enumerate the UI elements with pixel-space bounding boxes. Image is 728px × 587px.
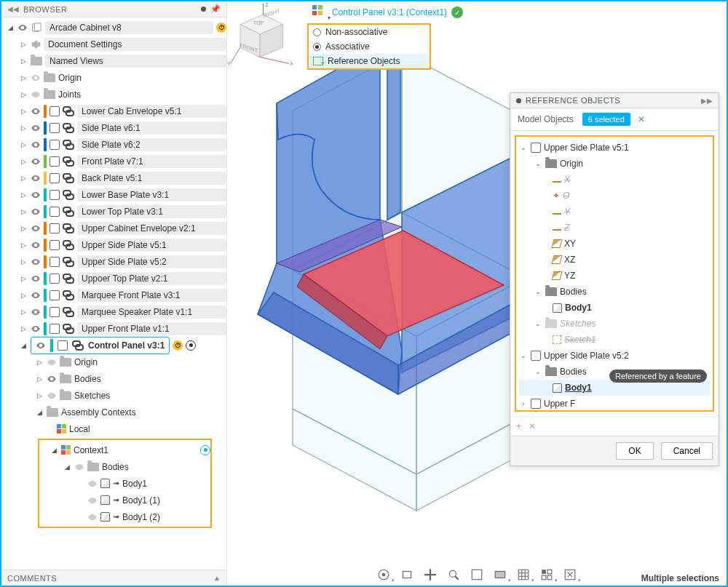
- warning-badge-icon[interactable]: ⏱: [216, 23, 226, 33]
- visibility-icon[interactable]: [31, 173, 41, 183]
- add-icon[interactable]: +: [516, 421, 521, 431]
- clear-selection-icon[interactable]: ✕: [638, 114, 645, 124]
- caret-icon[interactable]: [19, 74, 28, 81]
- visibility-icon[interactable]: [17, 23, 28, 33]
- tree-row-ctx-bodies[interactable]: ◢ Bodies: [39, 458, 210, 475]
- option-reference-objects[interactable]: Reference Objects: [309, 54, 430, 68]
- caret-icon[interactable]: ⌄: [519, 352, 528, 359]
- visibility-off-icon[interactable]: [31, 89, 41, 100]
- radio-icon[interactable]: [313, 28, 321, 36]
- visibility-off-icon[interactable]: [74, 462, 84, 472]
- tree-row-ctx-body[interactable]: ➟ Body1 (1): [39, 492, 210, 508]
- caret-icon[interactable]: [19, 275, 28, 282]
- expand-arrows-icon[interactable]: ▶▶: [701, 97, 713, 105]
- caret-icon[interactable]: [19, 308, 28, 316]
- selection-badge[interactable]: 6 selected: [582, 113, 630, 126]
- collapse-icon[interactable]: ◀◀: [7, 5, 19, 13]
- viewport-icon[interactable]: [540, 568, 553, 583]
- display-style-icon[interactable]: [494, 568, 507, 583]
- visibility-icon[interactable]: [31, 273, 41, 284]
- remove-icon[interactable]: ✕: [529, 421, 536, 431]
- ref-row-usp51[interactable]: ⌄ Upper Side Plate v5:1: [519, 140, 710, 156]
- caret-icon[interactable]: ›: [519, 400, 528, 407]
- caret-icon[interactable]: ⌄: [534, 160, 542, 167]
- caret-icon[interactable]: [35, 392, 44, 399]
- visibility-icon[interactable]: [31, 223, 41, 233]
- visibility-off-icon[interactable]: [87, 495, 98, 506]
- tree-row-component[interactable]: Side Plate v6:2: [1, 136, 226, 153]
- tab-model-objects[interactable]: Model Objects: [516, 111, 575, 127]
- visibility-icon[interactable]: [31, 240, 41, 250]
- view-cube[interactable]: TOP FRONT RIGHT X Y Z: [227, 1, 293, 67]
- visibility-off-icon[interactable]: [47, 357, 57, 367]
- tree-row-component[interactable]: Upper Side Plate v5:2: [1, 253, 226, 270]
- visibility-off-icon[interactable]: [31, 73, 41, 83]
- activate-target-icon[interactable]: [186, 340, 196, 351]
- tree-row-component[interactable]: Lower Base Plate v3:1: [1, 186, 226, 203]
- visibility-off-icon[interactable]: [87, 512, 98, 522]
- option-associative[interactable]: Associative: [309, 39, 430, 54]
- caret-icon[interactable]: ⌄: [534, 320, 542, 327]
- options-dot-icon[interactable]: [201, 7, 206, 12]
- caret-icon[interactable]: ◢: [19, 342, 28, 349]
- ref-row-origin[interactable]: ⌄ Origin: [519, 156, 710, 172]
- expand-up-icon[interactable]: ▲: [213, 574, 221, 582]
- visibility-icon[interactable]: [31, 207, 41, 217]
- visibility-icon[interactable]: [31, 290, 41, 300]
- tree-row-local[interactable]: Local: [1, 420, 226, 437]
- ref-row-plane-yz[interactable]: YZ: [519, 268, 710, 284]
- ref-row-sketch1[interactable]: Sketch1: [519, 332, 710, 348]
- tree-row-sub-sketches[interactable]: Sketches: [1, 387, 226, 404]
- ref-row-plane-xz[interactable]: XZ: [519, 252, 710, 268]
- caret-icon[interactable]: [19, 158, 28, 165]
- caret-icon[interactable]: [19, 225, 28, 232]
- caret-icon[interactable]: ⌄: [534, 368, 542, 375]
- ref-row-bodies[interactable]: ⌄Bodies: [519, 284, 710, 300]
- tree-row-component[interactable]: Marquee Speaker Plate v1:1: [1, 303, 226, 320]
- viewport-3d[interactable]: Control Panel v3:1 (Context1) ✓ Non-asso…: [227, 1, 727, 586]
- tree-row-component[interactable]: Upper Side Plate v5:1: [1, 236, 226, 253]
- tree-row-sub-bodies[interactable]: Bodies: [1, 370, 226, 387]
- caret-icon[interactable]: ⌄: [534, 288, 542, 295]
- tree-row-context1[interactable]: ◢ Context1: [39, 442, 210, 458]
- visibility-off-icon[interactable]: [87, 479, 98, 489]
- caret-icon[interactable]: ◢: [35, 409, 44, 416]
- caret-icon[interactable]: ◢: [6, 24, 15, 31]
- caret-icon[interactable]: [19, 325, 28, 332]
- visibility-icon[interactable]: [31, 156, 41, 167]
- visibility-icon[interactable]: [31, 190, 41, 200]
- grid-icon[interactable]: [517, 568, 530, 583]
- active-context-icon[interactable]: [200, 445, 210, 455]
- extend-icon[interactable]: [563, 568, 577, 583]
- comments-bar[interactable]: COMMENTS ▲: [1, 570, 226, 586]
- tree-row-active-component[interactable]: ◢ Control Panel v3:1 ⏱: [1, 337, 226, 354]
- tree-row-component[interactable]: Front Plate v7:1: [1, 153, 226, 169]
- edit-icon-button[interactable]: [312, 4, 328, 20]
- visibility-icon[interactable]: [47, 374, 57, 384]
- ref-row-plane-xy[interactable]: XY: [519, 236, 710, 252]
- visibility-off-icon[interactable]: [47, 391, 57, 401]
- visibility-icon[interactable]: [31, 307, 41, 317]
- visibility-icon[interactable]: [36, 340, 46, 351]
- ref-row-axis-x[interactable]: X: [519, 172, 710, 188]
- tree-row-component[interactable]: Upper Front Plate v1:1: [1, 320, 226, 337]
- caret-icon[interactable]: [19, 91, 28, 98]
- caret-icon[interactable]: [19, 175, 28, 182]
- caret-icon[interactable]: [19, 141, 28, 148]
- tree-row-assembly-contexts[interactable]: ◢ Assembly Contexts: [1, 404, 226, 420]
- cancel-button[interactable]: Cancel: [661, 442, 713, 460]
- caret-icon[interactable]: [19, 124, 28, 132]
- caret-icon[interactable]: [19, 258, 28, 265]
- caret-icon[interactable]: [19, 57, 28, 65]
- ref-row-upperf[interactable]: ›Upper F: [519, 396, 710, 412]
- visibility-icon[interactable]: [31, 140, 41, 150]
- tree-row-component[interactable]: Lower Top Plate v3:1: [1, 203, 226, 220]
- tree-row-component[interactable]: Lower Cab Envelope v5:1: [1, 103, 226, 119]
- ref-row-usp52[interactable]: ⌄Upper Side Plate v5:2: [519, 348, 710, 364]
- tree-row-component[interactable]: Side Plate v6:1: [1, 119, 226, 136]
- tree-row-component[interactable]: Uppoer Top Plate v2:1: [1, 270, 226, 287]
- ref-row-sketches[interactable]: ⌄Sketches: [519, 316, 710, 332]
- caret-icon[interactable]: [19, 292, 28, 299]
- caret-icon[interactable]: ◢: [63, 463, 71, 471]
- tree-row-component[interactable]: Marquee Front Plate v3:1: [1, 287, 226, 303]
